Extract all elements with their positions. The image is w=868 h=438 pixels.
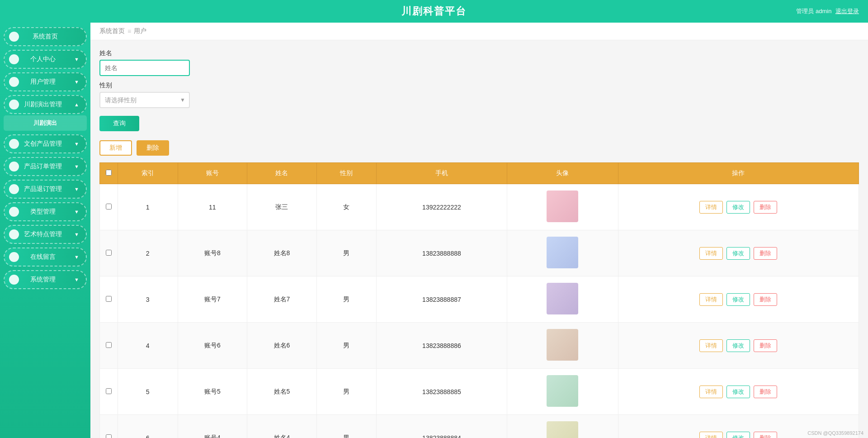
sidebar-label: 在线留言: [11, 253, 74, 261]
sidebar-dot: [9, 275, 19, 285]
table-row: 5 账号5 姓名5 男 13823888885 详情 修改 删除: [100, 369, 859, 415]
sidebar-item-system[interactable]: 系统管理 ▼: [4, 270, 87, 289]
avatar: [547, 283, 578, 314]
edit-button[interactable]: 修改: [726, 386, 750, 398]
table-header-operation: 操作: [618, 163, 859, 184]
detail-button[interactable]: 详情: [699, 247, 723, 260]
row-operations: 详情 修改 删除: [618, 323, 859, 369]
sidebar-item-category[interactable]: 类型管理 ▼: [4, 202, 87, 221]
table-row: 4 账号6 姓名6 男 13823888886 详情 修改 删除: [100, 323, 859, 369]
sidebar-btn-performance[interactable]: 川剧演出管理 ▲: [4, 95, 87, 114]
chevron-down-icon: ▼: [74, 277, 79, 282]
row-delete-button[interactable]: 删除: [754, 247, 777, 260]
table-header-gender: 性别: [316, 163, 377, 184]
detail-button[interactable]: 详情: [699, 201, 723, 214]
sidebar-subitem-performance[interactable]: 川剧演出: [4, 115, 87, 131]
breadcrumb: 系统首页 ≡ 用户: [90, 23, 868, 40]
edit-button[interactable]: 修改: [726, 339, 750, 352]
sidebar-btn-category[interactable]: 类型管理 ▼: [4, 202, 87, 221]
detail-button[interactable]: 详情: [699, 432, 723, 438]
detail-button[interactable]: 详情: [699, 293, 723, 306]
sidebar-label: 用户管理: [11, 78, 74, 86]
row-checkbox-cell[interactable]: [100, 276, 118, 323]
edit-button[interactable]: 修改: [726, 293, 750, 306]
row-checkbox-cell[interactable]: [100, 230, 118, 276]
gender-form-group: 性别 请选择性别 男 女 ▼: [99, 81, 859, 108]
sidebar-dot: [9, 207, 19, 217]
sidebar-label: 产品订单管理: [11, 162, 74, 171]
chevron-down-icon: ▼: [74, 254, 79, 260]
sidebar-btn-order[interactable]: 产品订单管理 ▼: [4, 157, 87, 176]
edit-button[interactable]: 修改: [726, 247, 750, 260]
row-gender: 男: [316, 276, 377, 323]
sidebar-item-message[interactable]: 在线留言 ▼: [4, 248, 87, 267]
row-checkbox[interactable]: [106, 204, 112, 209]
row-checkbox-cell[interactable]: [100, 415, 118, 438]
row-index: 3: [118, 276, 178, 323]
edit-button[interactable]: 修改: [726, 201, 750, 214]
row-index: 5: [118, 369, 178, 415]
row-index: 2: [118, 230, 178, 276]
sidebar-item-cultural[interactable]: 文创产品管理 ▼: [4, 134, 87, 153]
query-button[interactable]: 查询: [99, 116, 139, 131]
row-checkbox[interactable]: [106, 250, 112, 256]
sidebar: 系统首页 个人中心 ▼ 用户管理 ▼ 川剧演出管理 ▲ 川剧演: [0, 23, 90, 438]
sidebar-btn-cultural[interactable]: 文创产品管理 ▼: [4, 134, 87, 153]
gender-select[interactable]: 请选择性别 男 女: [99, 92, 190, 108]
row-checkbox-cell[interactable]: [100, 323, 118, 369]
row-delete-button[interactable]: 删除: [754, 432, 777, 438]
row-operations: 详情 修改 删除: [618, 230, 859, 276]
row-delete-button[interactable]: 删除: [754, 339, 777, 352]
edit-button[interactable]: 修改: [726, 432, 750, 438]
add-button[interactable]: 新增: [99, 140, 132, 156]
row-delete-button[interactable]: 删除: [754, 386, 777, 398]
sidebar-item-order[interactable]: 产品订单管理 ▼: [4, 157, 87, 176]
row-account: 账号7: [178, 276, 247, 323]
batch-delete-button[interactable]: 删除: [137, 140, 169, 156]
row-checkbox[interactable]: [106, 434, 112, 438]
row-gender: 男: [316, 230, 377, 276]
sidebar-btn-system[interactable]: 系统管理 ▼: [4, 270, 87, 289]
logout-link[interactable]: 退出登录: [835, 8, 859, 14]
table-header-checkbox[interactable]: [100, 163, 118, 184]
row-delete-button[interactable]: 删除: [754, 293, 777, 306]
row-index: 6: [118, 415, 178, 438]
row-checkbox[interactable]: [106, 388, 112, 394]
row-checkbox[interactable]: [106, 342, 112, 348]
sidebar-btn-user[interactable]: 用户管理 ▼: [4, 72, 87, 91]
sidebar-item-home[interactable]: 系统首页: [4, 27, 87, 46]
sidebar-btn-art[interactable]: 艺术特点管理 ▼: [4, 225, 87, 244]
detail-button[interactable]: 详情: [699, 339, 723, 352]
sidebar-btn-home[interactable]: 系统首页: [4, 27, 87, 46]
row-checkbox-cell[interactable]: [100, 369, 118, 415]
row-name: 张三: [247, 184, 317, 230]
row-avatar-cell: [507, 323, 618, 369]
sidebar-item-art[interactable]: 艺术特点管理 ▼: [4, 225, 87, 244]
sidebar-item-refund[interactable]: 产品退订管理 ▼: [4, 180, 87, 199]
sidebar-btn-message[interactable]: 在线留言 ▼: [4, 248, 87, 267]
sidebar-item-personal[interactable]: 个人中心 ▼: [4, 50, 87, 69]
sidebar-label: 类型管理: [11, 208, 74, 216]
row-name: 姓名5: [247, 369, 317, 415]
row-phone: 13823888888: [377, 230, 507, 276]
table-row: 3 账号7 姓名7 男 13823888887 详情 修改 删除: [100, 276, 859, 323]
sidebar-dot: [9, 184, 19, 194]
sidebar-item-user[interactable]: 用户管理 ▼: [4, 72, 87, 91]
content-area: 姓名 性别 请选择性别 男 女 ▼ 查询: [90, 40, 868, 438]
sidebar-submenu-performance: 川剧演出: [4, 115, 87, 131]
name-input[interactable]: [99, 60, 190, 76]
sidebar-btn-personal[interactable]: 个人中心 ▼: [4, 50, 87, 69]
row-delete-button[interactable]: 删除: [754, 201, 777, 214]
row-avatar-cell: [507, 230, 618, 276]
row-checkbox[interactable]: [106, 296, 112, 302]
row-phone: 13823888887: [377, 276, 507, 323]
row-account: 账号4: [178, 415, 247, 438]
chevron-down-icon: ▼: [74, 209, 79, 214]
sidebar-item-performance[interactable]: 川剧演出管理 ▲ 川剧演出: [4, 95, 87, 131]
row-index: 4: [118, 323, 178, 369]
select-all-checkbox[interactable]: [106, 170, 112, 176]
row-checkbox-cell[interactable]: [100, 184, 118, 230]
detail-button[interactable]: 详情: [699, 386, 723, 398]
sidebar-btn-refund[interactable]: 产品退订管理 ▼: [4, 180, 87, 199]
breadcrumb-home[interactable]: 系统首页: [99, 27, 125, 35]
